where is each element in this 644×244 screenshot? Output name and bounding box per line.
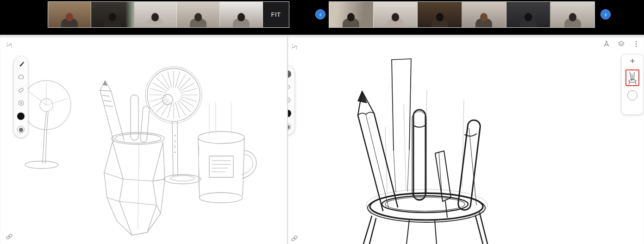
layer-thumbnail-sketch	[626, 70, 638, 85]
participant-name-label: FIT	[271, 11, 281, 18]
smudge-icon[interactable]	[18, 74, 25, 81]
color-picker-icon[interactable]	[18, 100, 25, 106]
participant-silhouette	[431, 19, 448, 27]
participant-silhouette	[387, 19, 404, 27]
video-call-bar: FIT ‹ ›	[0, 0, 644, 35]
video-participant-tile[interactable]	[91, 2, 134, 27]
pen-icon[interactable]	[603, 40, 610, 48]
tool-pill-collapsed	[288, 66, 294, 135]
eraser-icon[interactable]	[18, 87, 25, 94]
drawing-canvas-right[interactable]: +	[288, 35, 644, 244]
drawing-canvas-left[interactable]	[0, 35, 287, 244]
chevron-right-icon: ›	[605, 11, 607, 18]
layers-panel: +	[622, 55, 643, 114]
video-strip-left: FIT	[48, 1, 289, 28]
layers-icon[interactable]	[618, 40, 625, 48]
video-participant-tile[interactable]	[506, 2, 551, 27]
video-participant-tile[interactable]	[374, 2, 418, 27]
participant-silhouette	[520, 19, 537, 27]
sketch-pencil-cup-bold[interactable]	[288, 35, 644, 244]
video-participant-tile[interactable]	[48, 2, 91, 27]
video-participant-tile[interactable]	[177, 2, 220, 27]
next-participants-button[interactable]: ›	[600, 9, 611, 19]
participant-silhouette	[61, 19, 78, 27]
previous-participants-button[interactable]: ‹	[315, 9, 325, 19]
more-options-icon[interactable]	[632, 40, 640, 48]
participant-silhouette	[190, 19, 206, 27]
layer-thumbnail-selected[interactable]	[625, 69, 639, 86]
scribble-icon[interactable]	[291, 43, 298, 50]
scribble-icon[interactable]	[6, 41, 13, 49]
participant-silhouette	[475, 19, 492, 27]
video-participant-tile[interactable]	[418, 2, 462, 27]
link-icon[interactable]	[291, 235, 298, 242]
participant-silhouette	[564, 19, 581, 27]
chevron-left-icon: ‹	[319, 11, 322, 18]
gray-color-swatch[interactable]	[288, 123, 291, 131]
video-strip-right	[329, 1, 595, 28]
participant-name-tile[interactable]: FIT	[263, 2, 289, 27]
participant-silhouette	[104, 19, 121, 27]
eraser-icon[interactable]	[288, 84, 291, 91]
black-color-swatch[interactable]	[288, 110, 291, 117]
video-participant-tile[interactable]	[134, 2, 177, 27]
background-layer-button[interactable]	[627, 90, 638, 100]
link-icon[interactable]	[6, 233, 13, 240]
video-participant-tile[interactable]	[462, 2, 506, 27]
color-picker-icon[interactable]	[288, 97, 291, 104]
participant-silhouette	[343, 19, 359, 27]
canvas-action-icons	[603, 40, 640, 48]
participant-silhouette	[147, 19, 163, 27]
sketch-pencil-holder-fan-mug[interactable]	[0, 35, 287, 244]
black-color-swatch[interactable]	[17, 113, 25, 120]
split-canvas-area: +	[0, 35, 644, 244]
brush-icon[interactable]	[18, 61, 25, 68]
add-layer-button[interactable]: +	[630, 56, 635, 65]
video-participant-tile[interactable]	[329, 2, 374, 27]
participant-silhouette	[233, 19, 250, 27]
tool-pill	[14, 56, 28, 138]
video-participant-tile[interactable]	[220, 2, 263, 27]
video-participant-tile[interactable]	[550, 2, 594, 27]
gray-color-swatch[interactable]	[17, 126, 25, 133]
brush-preview-icon[interactable]	[288, 70, 291, 78]
